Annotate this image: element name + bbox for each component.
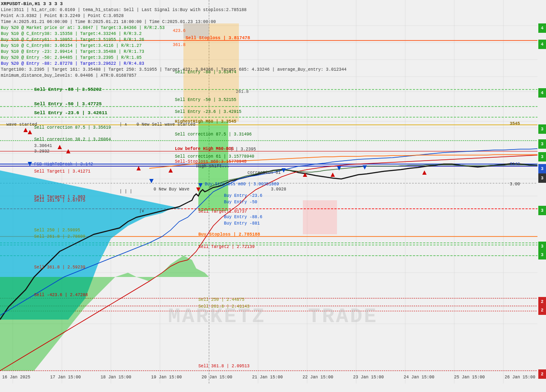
svg-text:3.0928: 3.0928	[271, 187, 286, 192]
svg-text:Sell Entry -50 | 3.47725: Sell Entry -50 | 3.47725	[34, 101, 102, 107]
right-box-3: 4	[538, 88, 546, 98]
svg-text:| ∧: | ∧	[119, 122, 127, 127]
svg-text:423.6: 423.6	[173, 29, 186, 33]
svg-text:correction 61: correction 61	[247, 170, 281, 175]
right-box-10: 3	[538, 242, 546, 251]
right-box-6: 3	[538, 152, 546, 161]
right-box-12: 2	[538, 297, 546, 306]
svg-text:0 New Sell wave started: 0 New Sell wave started	[136, 122, 195, 127]
svg-text:261.8: 261.8	[236, 89, 249, 94]
svg-text:|∨: |∨	[139, 209, 144, 213]
svg-text:Buy Entry -50: Buy Entry -50	[224, 200, 257, 205]
svg-text:Buy Stoploss | 2.785188: Buy Stoploss | 2.785188	[198, 232, 260, 237]
svg-text:Sell-Stoploss m60:3.15778940: Sell-Stoploss m60:3.15778940	[175, 159, 247, 164]
svg-text:0 New Buy Wave: 0 New Buy Wave	[154, 187, 189, 192]
svg-text:Sell correction 87.5 | 3.35619: Sell correction 87.5 | 3.35619	[34, 125, 111, 130]
svg-text:| | |: | | |	[119, 189, 132, 194]
svg-text:Sell Target|2.01737: Sell Target|2.01737	[198, 209, 247, 214]
right-box-7: 3	[538, 164, 546, 173]
svg-text:High-shift...: High-shift...	[196, 164, 229, 169]
svg-text:Sell Entry -23.6 | 3.42611: Sell Entry -23.6 | 3.42611	[34, 110, 107, 115]
svg-text:Buy Entry -881: Buy Entry -881	[224, 221, 260, 226]
time-label-7: 22 Jan 15:00	[302, 375, 333, 383]
right-box-14: 2	[538, 369, 546, 379]
svg-text:Sell Target1 | 3.41271: Sell Target1 | 3.41271	[34, 169, 90, 174]
right-box-11: 3	[538, 250, 546, 259]
svg-text:FSB-HighToBreak | 3.142: FSB-HighToBreak | 3.142	[34, 162, 93, 167]
svg-text:Sell  361.8 | 2.09513: Sell 361.8 | 2.09513	[198, 364, 250, 369]
right-box-8: 3	[538, 173, 546, 183]
svg-text:Buy Entry -88.6: Buy Entry -88.6	[224, 215, 262, 219]
svg-text:Sell correction 38.2 | 3.26064: Sell correction 38.2 | 3.26064	[34, 137, 111, 142]
right-box-4: 3	[538, 124, 546, 134]
svg-text:Low before High  M60-BOS: Low before High M60-BOS	[175, 147, 234, 151]
svg-text:Sell correction 87.5 | 3.31496: Sell correction 87.5 | 3.31496	[175, 132, 252, 137]
svg-text:Sell  261.8 | 2.41143: Sell 261.8 | 2.41143	[198, 304, 250, 309]
svg-rect-37	[303, 200, 337, 234]
right-box-1: 4	[538, 23, 546, 33]
right-box-9: 3	[538, 206, 546, 215]
time-label-3: 18 Jan 15:00	[101, 375, 131, 383]
svg-text:Buy Entry -23.6: Buy Entry -23.6	[224, 193, 262, 198]
x-axis: 16 Jan 2025 17 Jan 15:00 18 Jan 15:00 19…	[0, 375, 537, 383]
svg-text:3545: 3545	[510, 121, 520, 126]
svg-text:3.30641: 3.30641	[34, 144, 52, 148]
svg-text:wave started: wave started	[6, 122, 37, 127]
right-box-13: 2	[538, 306, 546, 315]
svg-text:3.2932: 3.2932	[34, 149, 49, 154]
time-label-9: 24 Jan 15:00	[404, 375, 434, 383]
svg-text:| | 3.2395: | | 3.2395	[230, 147, 256, 152]
svg-text:Sell Entry -88 | 3.63474: Sell Entry -88 | 3.63474	[175, 70, 236, 75]
svg-text:Sell Stoploss | 3.817478: Sell Stoploss | 3.817478	[186, 35, 250, 40]
svg-text:Sell Target2 | 2.72139: Sell Target2 | 2.72139	[198, 245, 255, 249]
time-label-1: 16 Jan 2025	[2, 375, 30, 383]
time-label-4: 19 Jan 15:00	[151, 375, 182, 383]
time-label-5: 20 Jan 15:00	[202, 375, 232, 383]
chart-svg: Sell correction 87.5 | 3.35619 Sell corr…	[0, 0, 537, 392]
svg-text:Sell 161.9 | 2.67975: Sell 161.9 | 2.67975	[34, 198, 85, 203]
time-label-6: 21 Jan 15:00	[252, 375, 283, 383]
time-label-8: 23 Jan 15:00	[353, 375, 384, 383]
svg-text:361.8: 361.8	[173, 43, 186, 47]
time-label-11: 26 Jan 15:00	[505, 375, 535, 383]
svg-text:Sell Entry -88 | 3.55202: Sell Entry -88 | 3.55202	[34, 87, 102, 92]
chart-container: Sell correction 87.5 | 3.35619 Sell corr…	[0, 0, 546, 392]
svg-text:3.00: 3.00	[510, 182, 520, 187]
right-box-2: 4	[538, 40, 546, 49]
svg-text:Sell  250 | 2.44875: Sell 250 | 2.44875	[198, 297, 244, 302]
svg-text:Sell Entry -23.6 | 3.42915: Sell Entry -23.6 | 3.42915	[175, 110, 241, 114]
time-label-10: 25 Jan 15:00	[454, 375, 485, 383]
svg-text:Sell  361.8 | 2.59239: Sell 361.8 | 2.59239	[34, 265, 85, 270]
svg-text:Sell  250 | 2.59895: Sell 250 | 2.59895	[34, 228, 80, 233]
right-box-5: 3	[538, 139, 546, 149]
svg-text:3142: 3142	[510, 162, 520, 167]
svg-text:Sell correction 61 | 3.1577894: Sell correction 61 | 3.15778940	[175, 154, 254, 159]
svg-text:Sell Entry -50 | 3.52155: Sell Entry -50 | 3.52155	[175, 98, 236, 102]
svg-text:Buy-Stoploss m60 | 3.00351069: Buy-Stoploss m60 | 3.00351069	[205, 182, 279, 187]
time-label-2: 17 Jan 15:00	[50, 375, 81, 383]
svg-text:Sell  -423.6 | 2.47288: Sell -423.6 | 2.47288	[34, 293, 88, 297]
svg-text:Sell  261.8 | 2.78609: Sell 261.8 | 2.78609	[34, 234, 85, 239]
